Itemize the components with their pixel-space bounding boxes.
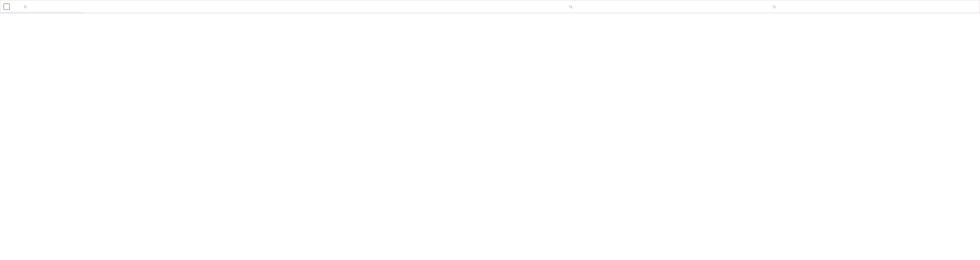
sort-icon: ↑↓ (23, 4, 26, 9)
column-header-name[interactable]: ↑↓ (18, 4, 151, 9)
sort-icon: ↑↓ (569, 4, 572, 9)
row-context-menu (0, 13, 83, 13)
table-header-row: ↑↓ ↑↓ ↑↓ (0, 0, 980, 13)
resource-table: ↑↓ ↑↓ ↑↓ (0, 0, 980, 13)
column-header-subscription[interactable]: ↑↓ (770, 4, 962, 9)
header-checkbox-cell (4, 4, 18, 10)
column-header-location[interactable]: ↑↓ (566, 4, 770, 9)
sort-icon: ↑↓ (772, 4, 775, 9)
select-all-checkbox[interactable] (4, 4, 10, 10)
